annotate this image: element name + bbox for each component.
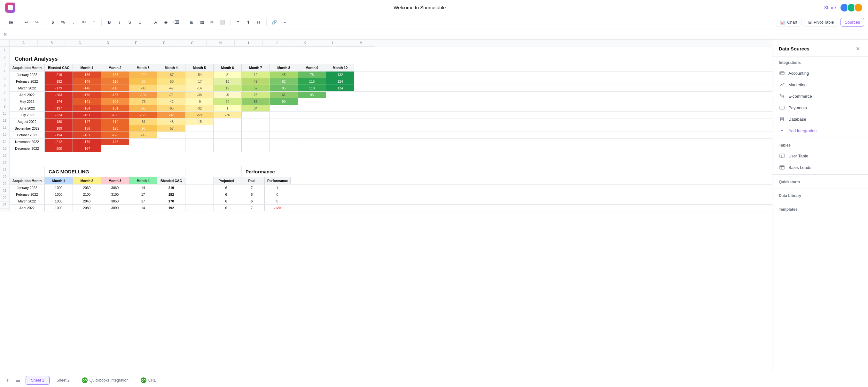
- cac-h-m2: Month 2: [73, 177, 101, 184]
- c-val: -26: [214, 112, 242, 118]
- divider-3: [101, 19, 102, 26]
- fill-color-button[interactable]: ◈: [161, 18, 170, 27]
- c-val: -186: [73, 72, 101, 78]
- svg-rect-12: [780, 166, 784, 169]
- avatar-3: [854, 3, 863, 12]
- perf-d-proj: 6: [214, 191, 239, 198]
- svg-point-8: [780, 117, 784, 118]
- marketing-item[interactable]: Marketing: [772, 79, 868, 91]
- more-button[interactable]: ⋯: [280, 18, 289, 27]
- accounting-item[interactable]: Accounting: [772, 67, 868, 79]
- row-num-6: 6: [0, 82, 9, 89]
- tab-sheet2[interactable]: Sheet 2: [51, 376, 75, 385]
- insert-table-button[interactable]: ▦: [197, 18, 207, 27]
- c-label: March 2022: [9, 85, 45, 91]
- underline-button[interactable]: U: [135, 18, 145, 27]
- decimal-inc-button[interactable]: .00: [79, 18, 88, 27]
- user-table-item[interactable]: User Table: [772, 150, 868, 162]
- formula-input[interactable]: [9, 32, 864, 37]
- tab-cre[interactable]: QB CRE: [135, 375, 162, 385]
- pivot-button[interactable]: ⊞ Pivot Table: [804, 18, 838, 27]
- tab-sheet1[interactable]: Sheet 1: [26, 376, 50, 385]
- cac-d-blended: 219: [157, 184, 185, 191]
- marketing-label: Marketing: [788, 82, 807, 87]
- c-val: 124: [326, 78, 354, 84]
- bottom-tabs: + Sheet 1 Sheet 2 QB Quickbooks integrat…: [0, 373, 868, 387]
- c-val: -98: [129, 105, 157, 111]
- cohort-row-nov22: November 2022 -212 -179 -146: [9, 139, 772, 145]
- c-val: -65: [157, 105, 185, 111]
- add-integration-button[interactable]: + Add Integration: [772, 125, 868, 136]
- eraser-button[interactable]: ⌫: [172, 18, 181, 27]
- sheet1-label: Sheet 1: [31, 378, 44, 383]
- c-empty: [298, 112, 326, 118]
- row-num-13: 13: [0, 131, 9, 138]
- align-top-button[interactable]: ⬆: [244, 18, 253, 27]
- cohort-row-feb22: February 2022 -182 -149 -116 -83 -50 -17…: [9, 78, 772, 85]
- c-val: 132: [326, 72, 354, 78]
- redo-button[interactable]: ↪: [33, 18, 41, 27]
- right-panel: Data Sources ✕ Integrations Accounting: [772, 40, 868, 372]
- cac-d-m1: 1000: [45, 191, 73, 198]
- link-button[interactable]: 🔗: [270, 18, 279, 27]
- align-left-button[interactable]: ≡: [234, 18, 243, 27]
- comma-button[interactable]: ,: [69, 18, 78, 27]
- close-panel-button[interactable]: ✕: [854, 45, 862, 52]
- c-label: October 2022: [9, 132, 45, 138]
- top-bar-right: Share: [824, 3, 863, 12]
- c-val: -120: [129, 72, 157, 78]
- c-val: -164: [73, 105, 101, 111]
- strikethrough-button[interactable]: S: [125, 18, 134, 27]
- tab-quickbooks[interactable]: QB Quickbooks integration: [76, 375, 134, 385]
- sources-button[interactable]: Sources: [840, 18, 864, 27]
- insert-image-button[interactable]: ⊞: [187, 18, 196, 27]
- sheet-content: Cohort Analysys Acquisition Month Blende…: [9, 47, 772, 211]
- currency-button[interactable]: $: [48, 18, 57, 27]
- share-button[interactable]: Share: [824, 5, 836, 10]
- col-header-e: E: [122, 40, 150, 47]
- spreadsheet-area[interactable]: A B C D E F G H I J K L M 1 2 3 4 5 6 7: [0, 40, 772, 372]
- divider: [772, 138, 868, 138]
- database-item[interactable]: Database: [772, 113, 868, 125]
- c-empty: [129, 145, 157, 152]
- c-val: -123: [101, 125, 129, 132]
- ch-m2: Month 2: [101, 64, 129, 71]
- svg-rect-2: [780, 73, 781, 74]
- c-empty: [270, 125, 298, 132]
- c-val: 82: [270, 78, 298, 84]
- c-val: 78: [298, 72, 326, 78]
- shape-button[interactable]: ⬜: [218, 18, 227, 27]
- main-content: A B C D E F G H I J K L M 1 2 3 4 5 6 7: [0, 40, 868, 372]
- payments-item[interactable]: Payments: [772, 102, 868, 113]
- percent-button[interactable]: %: [59, 18, 67, 27]
- c-empty: [298, 98, 326, 105]
- c-val: -141: [73, 98, 101, 105]
- file-menu[interactable]: File: [4, 18, 16, 27]
- plus-icon: +: [779, 128, 785, 134]
- hash-button[interactable]: #: [89, 18, 98, 27]
- user-table-label: User Table: [788, 153, 808, 159]
- font-button[interactable]: A: [151, 18, 160, 27]
- ch-m9: Month 9: [298, 64, 326, 71]
- cohort-row-aug22: August 2022 -180 -147 -114 -81 -48 -15: [9, 118, 772, 125]
- undo-button[interactable]: ↩: [22, 18, 31, 27]
- c-empty: [298, 125, 326, 132]
- row-num-16: 16: [0, 152, 9, 159]
- c-empty: [326, 125, 354, 132]
- c-label: May 2022: [9, 98, 45, 105]
- c-val: -75: [129, 98, 157, 105]
- italic-button[interactable]: I: [115, 18, 124, 27]
- draw-button[interactable]: ✏: [208, 18, 217, 27]
- ecommerce-item[interactable]: E-commerce: [772, 91, 868, 102]
- heading-button[interactable]: H: [254, 18, 263, 27]
- chart-button[interactable]: 📊 Chart: [776, 18, 802, 27]
- c-empty: [242, 132, 270, 138]
- cac-d-m2: 2060: [73, 184, 101, 191]
- empty-cell: [9, 166, 45, 177]
- c-empty: [270, 112, 298, 118]
- sheets-menu-button[interactable]: [14, 377, 22, 384]
- add-sheet-button[interactable]: +: [4, 377, 11, 384]
- bold-button[interactable]: B: [105, 18, 114, 27]
- c-empty: [326, 139, 354, 145]
- sales-leads-item[interactable]: Sales Leads: [772, 162, 868, 173]
